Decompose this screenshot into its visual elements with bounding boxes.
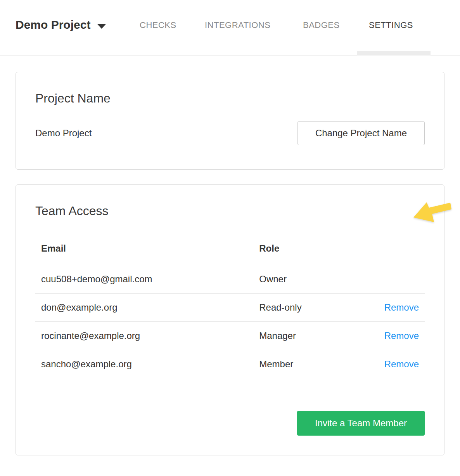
project-name-heading: Project Name	[35, 91, 425, 106]
table-row: sancho@example.org Member Remove	[35, 350, 425, 379]
table-row: rocinante@example.org Manager Remove	[35, 322, 425, 350]
invite-team-member-button[interactable]: Invite a Team Member	[297, 411, 425, 436]
team-access-heading: Team Access	[35, 203, 425, 218]
tab-integrations[interactable]: INTEGRATIONS	[205, 20, 270, 30]
member-email: cuu508+demo@gmail.com	[35, 265, 253, 294]
top-navigation: Demo Project CHECKS INTEGRATIONS BADGES …	[0, 0, 460, 56]
column-header-email: Email	[35, 240, 253, 265]
tab-settings[interactable]: SETTINGS	[369, 20, 413, 30]
column-header-role: Role	[253, 240, 358, 265]
member-email: sancho@example.org	[35, 350, 253, 379]
active-tab-indicator	[357, 51, 431, 56]
member-action-cell: Remove	[358, 294, 425, 322]
member-email: rocinante@example.org	[35, 322, 253, 350]
tab-badges[interactable]: BADGES	[303, 20, 340, 30]
table-header-row: Email Role	[35, 240, 425, 265]
member-action-cell: Remove	[358, 350, 425, 379]
change-project-name-button[interactable]: Change Project Name	[297, 121, 425, 145]
remove-member-link[interactable]: Remove	[384, 302, 419, 313]
member-action-cell: Remove	[358, 322, 425, 350]
remove-member-link[interactable]: Remove	[384, 330, 419, 341]
project-name-card: Project Name Demo Project Change Project…	[16, 72, 444, 170]
team-access-card: Team Access Email Role cuu508+demo@gmail…	[16, 184, 444, 455]
table-row: cuu508+demo@gmail.com Owner	[35, 265, 425, 294]
member-action-cell	[358, 265, 425, 294]
member-email: don@example.org	[35, 294, 253, 322]
current-project-name: Demo Project	[35, 128, 92, 139]
table-row: don@example.org Read-only Remove	[35, 294, 425, 322]
project-name-row: Demo Project Change Project Name	[35, 121, 425, 145]
remove-member-link[interactable]: Remove	[384, 359, 419, 369]
chevron-down-icon	[97, 24, 106, 29]
member-role: Read-only	[253, 294, 358, 322]
member-role: Owner	[253, 265, 358, 294]
team-members-table: Email Role cuu508+demo@gmail.com Owner d…	[35, 240, 425, 378]
member-role: Member	[253, 350, 358, 379]
project-title: Demo Project	[16, 17, 90, 32]
tab-checks[interactable]: CHECKS	[140, 20, 176, 30]
project-switcher-dropdown[interactable]: Demo Project	[16, 17, 106, 32]
settings-page: Project Name Demo Project Change Project…	[0, 56, 460, 455]
member-role: Manager	[253, 322, 358, 350]
column-header-actions	[358, 240, 425, 265]
invite-row: Invite a Team Member	[35, 411, 425, 436]
